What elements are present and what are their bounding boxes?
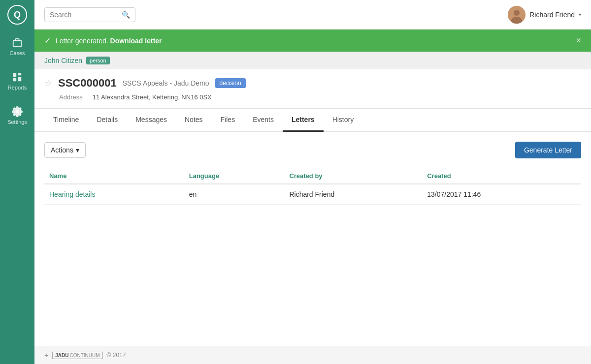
search-icon: 🔍 — [122, 11, 130, 19]
svg-rect-4 — [18, 77, 21, 81]
person-badge: person — [86, 57, 110, 64]
table-body: Hearing details en Richard Friend 13/07/… — [44, 184, 581, 205]
col-header-created: Created — [422, 168, 581, 184]
decision-badge: decision — [215, 78, 246, 88]
svg-point-7 — [514, 10, 520, 16]
footer-plus-icon[interactable]: + — [44, 351, 48, 359]
search-box[interactable]: 🔍 — [44, 7, 135, 22]
settings-icon — [12, 106, 23, 117]
alert-message: Letter generated. Download letter — [56, 37, 162, 45]
main-content: 🔍 Richard Friend ▾ ✓ Letter generated. D… — [34, 0, 591, 364]
breadcrumb-link[interactable]: John Citizen — [44, 57, 82, 64]
case-id: SSC000001 — [58, 77, 117, 90]
search-input[interactable] — [50, 11, 118, 19]
svg-rect-3 — [13, 78, 16, 81]
tab-files[interactable]: Files — [212, 109, 244, 132]
letter-name-link[interactable]: Hearing details — [49, 190, 95, 198]
tab-messages[interactable]: Messages — [127, 109, 176, 132]
sidebar-item-cases[interactable]: Cases — [0, 30, 34, 64]
actions-button[interactable]: Actions ▾ — [44, 142, 86, 158]
user-dropdown-arrow: ▾ — [579, 12, 581, 17]
reports-icon — [12, 72, 23, 83]
case-title-row: ☆ SSC000001 SSCS Appeals - Jadu Demo dec… — [44, 77, 581, 90]
header: 🔍 Richard Friend ▾ — [34, 0, 591, 30]
cell-created: 13/07/2017 11:46 — [422, 184, 581, 205]
table-row: Hearing details en Richard Friend 13/07/… — [44, 184, 581, 205]
sidebar-logo: Q — [0, 0, 34, 30]
content-area: Actions ▾ Generate Letter Name Language … — [34, 132, 591, 346]
address-label: Address — [59, 93, 83, 101]
tab-details[interactable]: Details — [88, 109, 127, 132]
svg-rect-2 — [18, 73, 21, 76]
sidebar-item-settings[interactable]: Settings — [0, 98, 34, 133]
avatar — [508, 6, 525, 24]
alert-content: ✓ Letter generated. Download letter — [44, 36, 162, 45]
address-value: 11 Alexandra Street, Kettering, NN16 0SX — [93, 93, 212, 101]
footer: + JADU CONTINUUM © 2017 — [34, 346, 591, 364]
letters-table: Name Language Created by Created Hearing… — [44, 168, 581, 205]
tab-events[interactable]: Events — [244, 109, 283, 132]
sidebar-item-reports-label: Reports — [8, 85, 27, 91]
alert-close-button[interactable]: × — [576, 35, 581, 46]
tab-history[interactable]: History — [324, 109, 363, 132]
tab-letters[interactable]: Letters — [283, 109, 324, 132]
svg-rect-1 — [13, 73, 16, 77]
col-header-created-by: Created by — [284, 168, 422, 184]
check-icon: ✓ — [44, 36, 51, 45]
cases-icon — [12, 37, 23, 48]
sidebar: Q Cases Reports Settings — [0, 0, 34, 364]
cell-created-by: Richard Friend — [284, 184, 422, 205]
breadcrumb: John Citizen person — [34, 52, 591, 69]
case-type: SSCS Appeals - Jadu Demo — [123, 79, 209, 87]
tab-notes[interactable]: Notes — [176, 109, 212, 132]
user-name: Richard Friend — [529, 11, 575, 19]
alert-banner: ✓ Letter generated. Download letter × — [34, 30, 591, 52]
col-header-language: Language — [184, 168, 285, 184]
star-icon[interactable]: ☆ — [44, 78, 52, 89]
table-header: Name Language Created by Created — [44, 168, 581, 184]
actions-row: Actions ▾ Generate Letter — [44, 142, 581, 158]
case-header: ☆ SSC000001 SSCS Appeals - Jadu Demo dec… — [34, 69, 591, 109]
download-letter-link[interactable]: Download letter — [110, 37, 162, 45]
sidebar-item-reports[interactable]: Reports — [0, 64, 34, 98]
actions-dropdown-icon: ▾ — [76, 146, 79, 154]
col-header-name: Name — [44, 168, 184, 184]
footer-continuum-text: CONTINUUM — [69, 353, 99, 358]
user-menu[interactable]: Richard Friend ▾ — [508, 6, 581, 24]
svg-rect-0 — [13, 40, 22, 46]
logo-icon[interactable]: Q — [7, 5, 27, 25]
sidebar-item-cases-label: Cases — [9, 50, 25, 56]
tab-timeline[interactable]: Timeline — [44, 109, 88, 132]
footer-jadu-text: JADU — [55, 353, 68, 358]
tabs-bar: Timeline Details Messages Notes Files Ev… — [34, 109, 591, 132]
footer-copyright: © 2017 — [107, 352, 126, 359]
sidebar-item-settings-label: Settings — [7, 119, 27, 125]
cell-name: Hearing details — [44, 184, 184, 205]
address-row: Address 11 Alexandra Street, Kettering, … — [59, 93, 581, 101]
generate-letter-button[interactable]: Generate Letter — [515, 142, 581, 158]
cell-language: en — [184, 184, 285, 205]
footer-brand-badge: JADU CONTINUUM — [52, 352, 102, 359]
